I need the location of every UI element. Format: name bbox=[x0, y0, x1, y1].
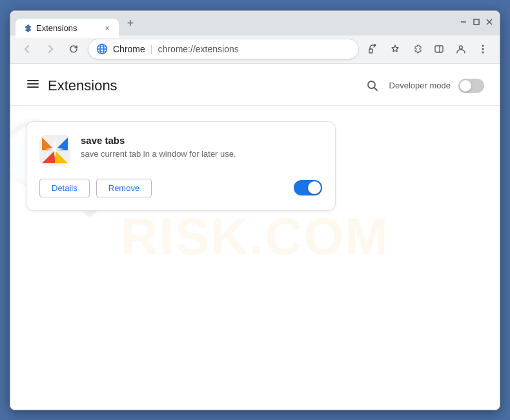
svg-point-15 bbox=[482, 52, 484, 54]
extension-description: save current tab in a window for later u… bbox=[81, 148, 322, 160]
svg-rect-9 bbox=[369, 49, 372, 53]
maximize-button[interactable] bbox=[471, 17, 482, 27]
tab-close-button[interactable]: × bbox=[102, 23, 112, 34]
extension-info: save tabs save current tab in a window f… bbox=[81, 135, 322, 160]
toolbar-icons bbox=[364, 40, 492, 58]
extensions-icon-button[interactable] bbox=[408, 40, 426, 58]
extension-name: save tabs bbox=[81, 135, 322, 146]
hamburger-menu-icon[interactable] bbox=[26, 77, 40, 94]
page-title: Extensions bbox=[48, 77, 117, 94]
svg-rect-10 bbox=[435, 46, 443, 52]
header-right: Developer mode bbox=[363, 77, 484, 95]
search-icon-button[interactable] bbox=[363, 77, 382, 95]
back-button[interactable] bbox=[18, 40, 36, 58]
developer-mode-toggle[interactable] bbox=[458, 79, 484, 93]
bookmark-icon-button[interactable] bbox=[386, 40, 404, 58]
title-bar: Extensions × + bbox=[10, 11, 500, 35]
tab-title: Extensions bbox=[36, 23, 98, 33]
extension-card: save tabs save current tab in a window f… bbox=[26, 121, 336, 211]
page-content: 🔍 RISK.COM Extensions bbox=[10, 64, 500, 410]
side-panel-icon-button[interactable] bbox=[430, 40, 448, 58]
tab-area: Extensions × + bbox=[15, 11, 453, 35]
profile-icon-button[interactable] bbox=[452, 40, 470, 58]
browser-window: Extensions × + bbox=[10, 10, 500, 410]
more-options-button[interactable] bbox=[474, 40, 492, 58]
url-display: chrome://extensions bbox=[158, 44, 238, 54]
site-icon bbox=[96, 43, 108, 55]
extension-footer: Details Remove bbox=[39, 179, 322, 197]
extension-actions: Details Remove bbox=[39, 179, 152, 197]
extensions-list: save tabs save current tab in a window f… bbox=[10, 106, 500, 226]
svg-point-13 bbox=[482, 45, 484, 47]
site-name: Chrome bbox=[113, 44, 145, 54]
forward-button[interactable] bbox=[41, 40, 59, 58]
svg-rect-1 bbox=[474, 19, 479, 25]
reload-button[interactable] bbox=[65, 40, 83, 58]
window-controls bbox=[458, 17, 495, 30]
svg-point-12 bbox=[460, 46, 463, 49]
url-divider: | bbox=[150, 44, 153, 54]
developer-mode-label: Developer mode bbox=[389, 81, 451, 90]
extensions-title-area: Extensions bbox=[26, 77, 117, 94]
address-bar: Chrome | chrome://extensions bbox=[10, 35, 500, 64]
omnibox[interactable]: Chrome | chrome://extensions bbox=[88, 39, 359, 59]
active-tab[interactable]: Extensions × bbox=[15, 19, 119, 38]
extension-icon bbox=[39, 135, 70, 166]
details-button[interactable]: Details bbox=[39, 179, 90, 197]
extensions-header: Extensions Developer mode bbox=[10, 64, 500, 106]
minimize-button[interactable] bbox=[458, 17, 469, 27]
new-tab-button[interactable]: + bbox=[121, 15, 139, 33]
svg-line-20 bbox=[374, 87, 377, 90]
tab-favicon-icon bbox=[22, 23, 32, 34]
close-button[interactable] bbox=[484, 17, 495, 27]
share-icon-button[interactable] bbox=[364, 40, 382, 58]
extension-header: save tabs save current tab in a window f… bbox=[39, 135, 322, 166]
extension-toggle[interactable] bbox=[294, 180, 322, 195]
svg-point-14 bbox=[482, 48, 484, 50]
remove-button[interactable]: Remove bbox=[96, 179, 152, 197]
